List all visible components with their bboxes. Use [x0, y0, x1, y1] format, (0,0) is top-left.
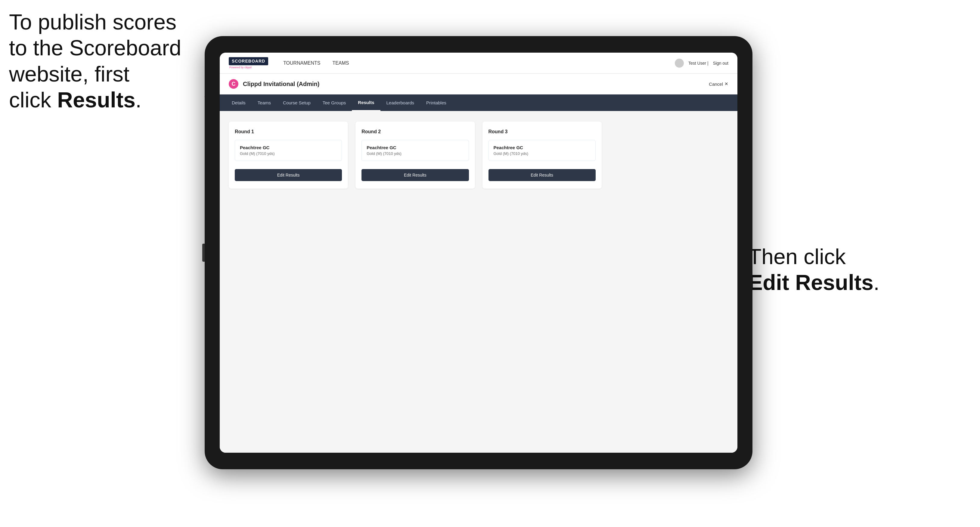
- round-1-card: Round 1 Peachtree GC Gold (M) (7010 yds)…: [229, 122, 348, 189]
- instruction-edit-results-bold: Edit Results: [748, 270, 873, 294]
- round-2-course-detail: Gold (M) (7010 yds): [367, 151, 463, 156]
- instruction-left: To publish scores to the Scoreboard webs…: [9, 9, 184, 113]
- round-2-title: Round 2: [361, 129, 469, 135]
- nav-teams[interactable]: TEAMS: [332, 59, 349, 67]
- nav-tournaments[interactable]: TOURNAMENTS: [283, 59, 320, 67]
- edit-results-button-2[interactable]: Edit Results: [361, 169, 469, 181]
- round-3-course-detail: Gold (M) (7010 yds): [493, 151, 590, 156]
- logo-area: SCOREBOARD Powered by clippd: [229, 57, 268, 69]
- round-1-course-detail: Gold (M) (7010 yds): [240, 151, 337, 156]
- instruction-line1: To publish scores: [9, 10, 177, 34]
- edit-results-button-3[interactable]: Edit Results: [488, 169, 596, 181]
- edit-results-button-1[interactable]: Edit Results: [235, 169, 342, 181]
- cancel-button[interactable]: Cancel ✕: [709, 81, 729, 87]
- tab-tee-groups[interactable]: Tee Groups: [317, 94, 352, 111]
- tablet-side-button: [202, 244, 205, 262]
- instruction-line4: click: [9, 88, 57, 112]
- main-content: Round 1 Peachtree GC Gold (M) (7010 yds)…: [220, 111, 737, 453]
- user-avatar: [675, 59, 684, 68]
- round-3-card: Round 3 Peachtree GC Gold (M) (7010 yds)…: [482, 122, 602, 189]
- rounds-grid: Round 1 Peachtree GC Gold (M) (7010 yds)…: [229, 122, 729, 189]
- tablet-screen: SCOREBOARD Powered by clippd TOURNAMENTS…: [220, 52, 737, 453]
- user-name: Test User |: [688, 61, 708, 65]
- tab-leaderboards[interactable]: Leaderboards: [380, 94, 420, 111]
- round-2-course-name: Peachtree GC: [367, 145, 463, 150]
- scoreboard-logo: SCOREBOARD: [229, 57, 268, 65]
- empty-column: [609, 122, 729, 189]
- round-3-course-card: Peachtree GC Gold (M) (7010 yds): [488, 140, 596, 161]
- cancel-label: Cancel: [709, 81, 723, 87]
- logo-subtitle: Powered by clippd: [229, 66, 251, 69]
- round-3-title: Round 3: [488, 129, 596, 135]
- tab-bar: Details Teams Course Setup Tee Groups Re…: [220, 94, 737, 111]
- round-1-title: Round 1: [235, 129, 342, 135]
- nav-right: Test User | Sign out: [675, 59, 729, 68]
- tournament-header: C Clippd Invitational (Admin) Cancel ✕: [220, 74, 737, 94]
- top-navigation: SCOREBOARD Powered by clippd TOURNAMENTS…: [220, 52, 737, 74]
- nav-links: TOURNAMENTS TEAMS: [283, 59, 675, 67]
- instruction-line2: to the Scoreboard: [9, 36, 181, 60]
- tab-results[interactable]: Results: [352, 94, 380, 111]
- round-1-course-name: Peachtree GC: [240, 145, 337, 150]
- instruction-line3: website, first: [9, 62, 129, 86]
- instruction-results-bold: Results: [57, 88, 135, 112]
- tab-printables[interactable]: Printables: [420, 94, 452, 111]
- round-1-course-card: Peachtree GC Gold (M) (7010 yds): [235, 140, 342, 161]
- tablet-frame: SCOREBOARD Powered by clippd TOURNAMENTS…: [205, 36, 752, 469]
- tournament-name: Clippd Invitational (Admin): [243, 81, 319, 87]
- instruction-then-click: Then click: [748, 244, 846, 268]
- tab-teams[interactable]: Teams: [251, 94, 277, 111]
- tournament-icon: C: [229, 79, 239, 89]
- sign-out-link[interactable]: Sign out: [713, 61, 729, 65]
- tab-details[interactable]: Details: [226, 94, 251, 111]
- tab-course-setup[interactable]: Course Setup: [277, 94, 317, 111]
- round-2-course-card: Peachtree GC Gold (M) (7010 yds): [361, 140, 469, 161]
- cancel-x-icon: ✕: [724, 81, 729, 87]
- instruction-right: Then click Edit Results.: [748, 244, 917, 296]
- tournament-title-row: C Clippd Invitational (Admin): [229, 79, 319, 89]
- round-3-course-name: Peachtree GC: [493, 145, 590, 150]
- instruction-line4-end: .: [135, 88, 142, 112]
- instruction-right-end: .: [873, 270, 880, 294]
- round-2-card: Round 2 Peachtree GC Gold (M) (7010 yds)…: [355, 122, 475, 189]
